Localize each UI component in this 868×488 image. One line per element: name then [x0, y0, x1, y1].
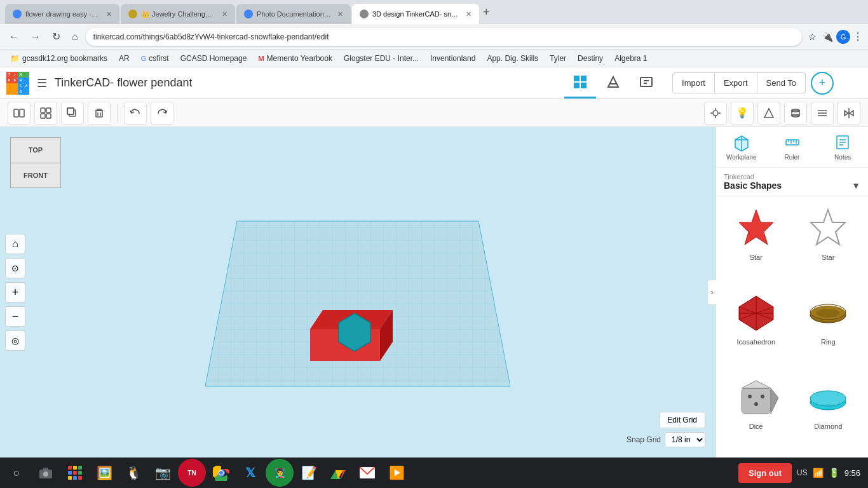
tab-close-icon[interactable]: ✕: [106, 10, 112, 18]
shape-mode-button[interactable]: [757, 102, 780, 125]
bookmark-ar[interactable]: AR: [114, 52, 135, 65]
bookmark-gcasd[interactable]: 📁 gcasdk12.org bookmarks: [5, 52, 112, 65]
tab-close-icon[interactable]: ✕: [222, 10, 227, 18]
svg-point-65: [754, 402, 758, 406]
linux-icon[interactable]: 🐧: [119, 459, 147, 487]
power-icon[interactable]: ○: [3, 459, 31, 487]
shape-label: Star: [822, 254, 834, 261]
shape-item-ring[interactable]: Ring: [794, 286, 864, 368]
bookmark-memento[interactable]: M Memento Yearbook: [253, 52, 337, 65]
gmail-icon[interactable]: [353, 459, 381, 487]
ungroup-button[interactable]: [34, 102, 57, 125]
orientation-cube[interactable]: TOP FRONT: [10, 137, 61, 188]
shape-item-diamond[interactable]: Diamond: [794, 370, 864, 452]
svg-marker-61: [742, 381, 771, 388]
menu-icon[interactable]: ⋮: [853, 30, 863, 43]
zoom-in-button[interactable]: +: [5, 282, 25, 302]
notes-button[interactable]: Notes: [817, 127, 868, 167]
shape-item-star2[interactable]: Star: [794, 201, 864, 283]
tab-jewelry[interactable]: 👑 Jewelry Challenge using T... ✕: [121, 4, 235, 24]
photos-icon[interactable]: 🖼️: [90, 459, 118, 487]
camera-mode-button[interactable]: [704, 102, 727, 125]
camera2-icon[interactable]: 📷: [149, 459, 177, 487]
star-icon[interactable]: ☆: [806, 30, 818, 43]
home-button[interactable]: ⌂: [68, 29, 82, 45]
bookmark-inventionland[interactable]: Inventionland: [425, 52, 480, 65]
extension-icon[interactable]: 🔌: [821, 30, 834, 43]
svg-marker-62: [771, 388, 778, 414]
mirror-button[interactable]: [837, 102, 860, 125]
tool-separator: [117, 104, 118, 122]
fit-view-button[interactable]: ⊙: [5, 258, 25, 278]
shape-item-icosahedron[interactable]: Icosahedron: [721, 286, 791, 368]
redo-button[interactable]: [151, 102, 173, 125]
bookmark-glogster[interactable]: Glogster EDU - Inter...: [339, 52, 424, 65]
bookmark-gcasd-home[interactable]: GCASD Homepage: [175, 52, 252, 65]
layer-button[interactable]: ◎: [5, 330, 25, 351]
right-view-tools: 💡: [704, 102, 860, 125]
duplicate-button[interactable]: [61, 102, 84, 125]
apps-icon[interactable]: [61, 459, 89, 487]
view-controls: [564, 68, 662, 98]
classroom-icon[interactable]: 👨‍🏫: [266, 459, 294, 487]
tab-close-icon[interactable]: ✕: [466, 10, 471, 18]
shapes-category-dropdown[interactable]: Tinkercad Basic Shapes ▼: [716, 168, 868, 196]
pearson-icon[interactable]: TN: [178, 459, 206, 487]
delete-button[interactable]: [88, 102, 111, 125]
workplane-button[interactable]: Workplane: [716, 127, 767, 167]
google-play-icon[interactable]: ▶️: [383, 459, 410, 487]
back-button[interactable]: ←: [5, 29, 23, 45]
shape-item-star1[interactable]: Star: [721, 201, 791, 283]
hamburger-button[interactable]: ☰: [34, 74, 50, 93]
export-view-button[interactable]: [630, 68, 662, 98]
canvas-area[interactable]: TOP FRONT ⌂ ⊙ + − ◎: [0, 127, 715, 458]
tab-tinkercad[interactable]: 3D design TinkerCAD- snowflak... ✕: [352, 4, 479, 24]
grid-view-button[interactable]: [564, 68, 596, 98]
refresh-button[interactable]: ↻: [48, 28, 64, 45]
chrome-icon[interactable]: [207, 459, 235, 487]
panel-collapse-button[interactable]: ›: [707, 280, 716, 305]
edit-grid-button[interactable]: Edit Grid: [659, 412, 705, 428]
add-user-button[interactable]: +: [811, 72, 834, 95]
snap-grid-label: Snap Grid: [627, 435, 661, 444]
ruler-button[interactable]: Ruler: [767, 127, 818, 167]
sign-out-button[interactable]: Sign out: [738, 463, 792, 483]
snap-grid-select[interactable]: 1/8 in 1/4 in 1 mm: [665, 432, 705, 447]
tab-flower[interactable]: flower drawing easy - Google Se... ✕: [5, 4, 119, 24]
tab-close-icon[interactable]: ✕: [337, 10, 343, 18]
address-input[interactable]: [86, 28, 802, 46]
svg-rect-13: [46, 114, 51, 118]
bookmark-tyler[interactable]: Tyler: [545, 52, 571, 65]
send-to-button[interactable]: Send To: [757, 72, 806, 93]
tab-photo[interactable]: Photo Documentation Jewelry C... ✕: [236, 4, 351, 24]
bookmark-algebra[interactable]: Algebra 1: [609, 52, 652, 65]
svg-rect-17: [96, 111, 102, 117]
cylinder-button[interactable]: [784, 102, 807, 125]
group-button[interactable]: [8, 102, 31, 125]
keep-icon[interactable]: 📝: [295, 459, 323, 487]
undo-button[interactable]: [124, 102, 147, 125]
battery-icon: 🔋: [829, 468, 839, 478]
svg-rect-60: [742, 388, 771, 414]
drive-icon[interactable]: [324, 459, 352, 487]
shape-item-dice[interactable]: Dice: [721, 370, 791, 452]
shape-label: Icosahedron: [736, 338, 775, 346]
avatar[interactable]: [839, 72, 862, 95]
camera-app-icon[interactable]: [32, 459, 60, 487]
bookmark-appdig[interactable]: App. Dig. Skills: [482, 52, 543, 65]
align-button[interactable]: [811, 102, 834, 125]
home-view-button[interactable]: ⌂: [5, 234, 25, 254]
cross-app-icon[interactable]: 𝕏: [236, 459, 264, 487]
new-tab-button[interactable]: +: [480, 3, 492, 22]
export-button[interactable]: Export: [715, 72, 757, 93]
bookmark-destiny[interactable]: Destiny: [573, 52, 608, 65]
svg-marker-29: [844, 111, 848, 116]
bookmark-csfirst[interactable]: G csfirst: [136, 52, 174, 65]
build-button[interactable]: [597, 68, 629, 98]
import-button[interactable]: Import: [672, 72, 715, 93]
forward-button[interactable]: →: [27, 29, 44, 45]
zoom-out-button[interactable]: −: [5, 306, 25, 327]
profile-icon[interactable]: G: [836, 30, 850, 44]
perspective-toggle[interactable]: 💡: [731, 102, 754, 125]
time-display: 9:56: [844, 468, 860, 478]
